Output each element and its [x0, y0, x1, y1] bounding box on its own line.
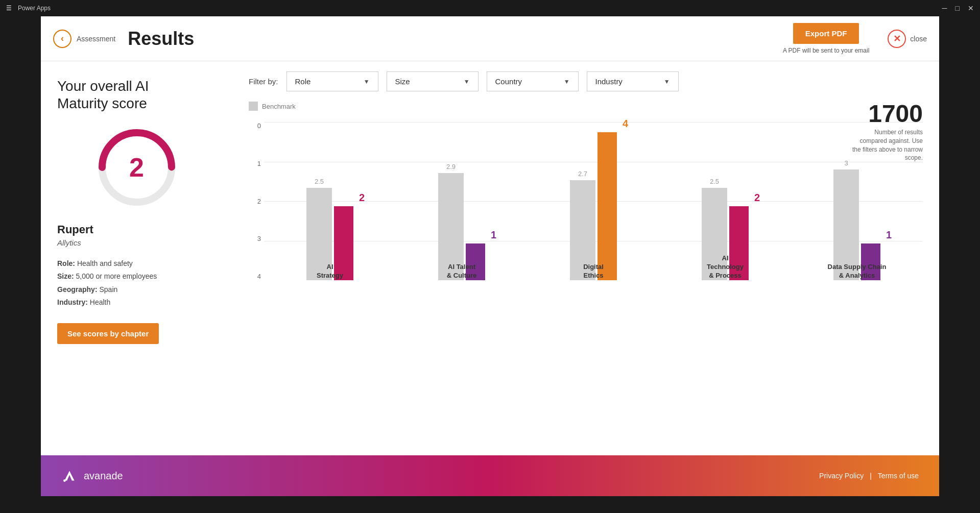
app-name: Power Apps [18, 5, 51, 12]
bar-group-bars-1: 2.5 2 [306, 117, 353, 280]
industry-filter[interactable]: Industry ▼ [587, 71, 679, 91]
bar-label-5: Data Supply Chain& Analytics [791, 263, 923, 280]
privacy-policy-link[interactable]: Privacy Policy [819, 472, 864, 480]
close-label: close [910, 35, 927, 43]
filter-label: Filter by: [249, 77, 278, 86]
footer-separator: | [870, 472, 872, 480]
industry-value: Health [90, 298, 110, 306]
role-filter[interactable]: Role ▼ [286, 71, 378, 91]
bar-group-data-supply: 3 1 Data Supply Chain& Analytics [791, 117, 923, 280]
titlebar: ☰ Power Apps ─ □ ✕ [0, 0, 980, 16]
maximize-icon[interactable]: □ [955, 4, 960, 12]
bar-group-bars-2: 2.9 1 [438, 117, 485, 280]
user-name: Rupert [57, 223, 216, 236]
user-score-2: 1 [491, 229, 496, 241]
user-score-3: 4 [623, 118, 628, 130]
footer-logo: avanade [61, 468, 123, 484]
bar-group-digital-ethics: 2.7 4 DigitalEthics [528, 117, 659, 280]
svg-point-3 [63, 479, 66, 482]
bar-label-3: DigitalEthics [528, 263, 659, 280]
close-icon[interactable]: ✕ [888, 30, 906, 48]
app-header: ‹ Assessment Results Export PDF A PDF wi… [41, 16, 939, 61]
terms-of-use-link[interactable]: Terms of use [878, 472, 919, 480]
close-button-wrapper[interactable]: ✕ close [888, 30, 927, 48]
y-label-1: 1 [257, 160, 264, 167]
benchmark-val-2: 2.9 [446, 163, 456, 170]
bars-area: 2.5 2 AIStrategy [264, 117, 923, 311]
y-label-0: 0 [257, 122, 264, 130]
geography-label: Geography: [57, 285, 98, 294]
country-filter-label: Country [495, 77, 522, 86]
benchmark-val-3: 2.7 [578, 170, 587, 178]
benchmark-color-box [249, 102, 258, 111]
export-info: A PDF will be sent to your email [783, 47, 869, 54]
user-company: Allytics [57, 238, 216, 247]
overall-title: Your overall AIMaturity score [57, 78, 216, 112]
user-details: Role: Health and safety Size: 5,000 or m… [57, 257, 216, 309]
y-label-4: 4 [257, 273, 264, 280]
window-controls: ─ □ ✕ [942, 4, 974, 12]
bar-group-bars-5: 3 1 [833, 117, 880, 280]
user-score-4: 2 [754, 192, 760, 204]
country-filter-chevron: ▼ [564, 78, 570, 85]
bar-group-ai-strategy: 2.5 2 AIStrategy [264, 117, 396, 280]
role-label: Role: [57, 259, 75, 267]
see-scores-button[interactable]: See scores by chapter [57, 323, 159, 344]
size-filter-label: Size [395, 77, 410, 86]
benchmark-val-1: 2.5 [315, 178, 324, 185]
footer-links: Privacy Policy | Terms of use [819, 472, 919, 480]
minimize-icon[interactable]: ─ [942, 4, 947, 12]
role-filter-chevron: ▼ [364, 78, 370, 85]
bar-group-ai-technology: 2.5 2 AITechnology& Process [659, 117, 791, 280]
size-filter[interactable]: Size ▼ [387, 71, 479, 91]
breadcrumb: Assessment [77, 35, 115, 43]
avanade-logo-icon [61, 468, 78, 484]
role-value: Health and safety [77, 259, 133, 267]
footer: avanade Privacy Policy | Terms of use [41, 455, 939, 496]
svg-marker-2 [64, 471, 74, 480]
size-value: 5,000 or more employees [76, 272, 157, 280]
donut-chart: 2 [93, 124, 180, 211]
right-panel: Filter by: Role ▼ Size ▼ Country ▼ Indus… [232, 61, 939, 455]
user-bar-3 [597, 132, 617, 280]
country-filter[interactable]: Country ▼ [487, 71, 579, 91]
app-container: ‹ Assessment Results Export PDF A PDF wi… [41, 16, 939, 455]
role-filter-label: Role [295, 77, 311, 86]
bar-group-bars-3: 2.7 4 [570, 117, 617, 280]
donut-chart-container: 2 [57, 124, 216, 211]
industry-filter-chevron: ▼ [664, 78, 670, 85]
left-panel: Your overall AIMaturity score 2 Rupert A… [41, 61, 232, 455]
y-axis: 4 3 2 1 0 [249, 117, 264, 311]
bar-label-1: AIStrategy [264, 263, 396, 280]
benchmark-legend: Benchmark [249, 102, 923, 111]
size-filter-chevron: ▼ [464, 78, 470, 85]
donut-score: 2 [129, 152, 144, 183]
chart-section: Benchmark 1700 Number of results compare… [249, 102, 923, 445]
benchmark-label: Benchmark [262, 103, 296, 110]
user-score-1: 2 [359, 192, 365, 204]
bar-label-2: AI Talent& Culture [396, 263, 528, 280]
content-area: Your overall AIMaturity score 2 Rupert A… [41, 61, 939, 455]
page-title: Results [128, 28, 783, 50]
bar-group-ai-talent: 2.9 1 AI Talent& Culture [396, 117, 528, 280]
user-score-5: 1 [886, 229, 892, 241]
y-label-3: 3 [257, 235, 264, 242]
benchmark-val-5: 3 [844, 159, 848, 167]
back-button[interactable]: ‹ [53, 30, 71, 48]
benchmark-val-4: 2.5 [710, 178, 719, 185]
geography-value: Spain [99, 285, 117, 294]
export-pdf-button[interactable]: Export PDF [793, 23, 859, 44]
bar-chart: 4 3 2 1 0 2.5 [249, 117, 923, 311]
hamburger-icon[interactable]: ☰ [6, 5, 12, 12]
y-label-2: 2 [257, 198, 264, 205]
close-window-icon[interactable]: ✕ [968, 4, 974, 12]
size-label: Size: [57, 272, 74, 280]
industry-label: Industry: [57, 298, 88, 306]
filter-bar: Filter by: Role ▼ Size ▼ Country ▼ Indus… [249, 71, 923, 91]
footer-brand-name: avanade [84, 470, 123, 482]
industry-filter-label: Industry [595, 77, 623, 86]
bar-label-4: AITechnology& Process [659, 254, 791, 280]
